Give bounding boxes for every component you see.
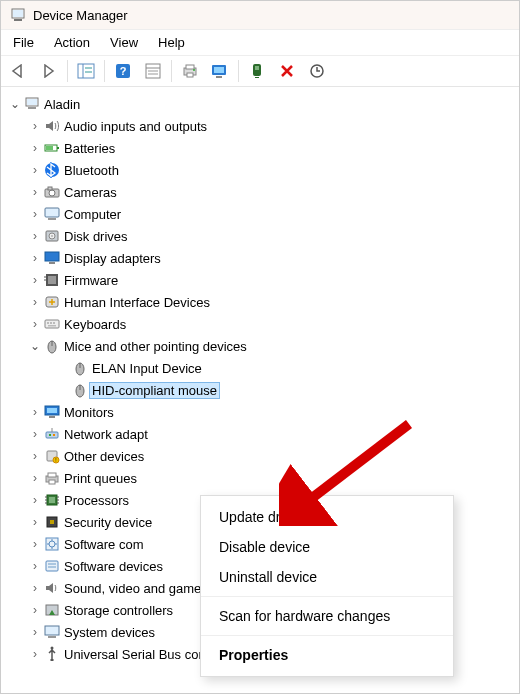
chevron-right-icon[interactable]: › [27, 494, 43, 506]
svg-rect-14 [186, 65, 194, 69]
svg-rect-26 [27, 99, 37, 105]
tree-category-label: Disk drives [61, 229, 131, 244]
bluetooth-icon [43, 162, 61, 178]
context-menu: Update driver Disable device Uninstall d… [200, 495, 454, 677]
svg-rect-84 [48, 566, 56, 568]
chevron-right-icon[interactable]: › [27, 582, 43, 594]
chevron-right-icon[interactable]: › [27, 648, 43, 660]
tree-category-label: Mice and other pointing devices [61, 339, 250, 354]
monitor-icon [43, 404, 61, 420]
ctx-uninstall-device[interactable]: Uninstall device [201, 562, 453, 592]
other-icon: ! [43, 448, 61, 464]
svg-rect-61 [49, 434, 51, 436]
tree-category-label: Processors [61, 493, 132, 508]
tree-category[interactable]: ›Disk drives [7, 225, 517, 247]
svg-rect-33 [48, 187, 52, 190]
toolbar-back-button[interactable] [5, 59, 33, 83]
menu-action[interactable]: Action [46, 32, 98, 53]
printer-icon [43, 470, 61, 486]
menu-file[interactable]: File [5, 32, 42, 53]
svg-rect-59 [49, 416, 55, 418]
tree-category[interactable]: ›Computer [7, 203, 517, 225]
chevron-right-icon[interactable]: › [27, 472, 43, 484]
tree-category-label: Print queues [61, 471, 140, 486]
tree-category[interactable]: ›Batteries [7, 137, 517, 159]
storage-icon [43, 602, 61, 618]
svg-rect-28 [57, 147, 59, 149]
tree-category[interactable]: ›Display adapters [7, 247, 517, 269]
chevron-right-icon[interactable]: › [27, 208, 43, 220]
svg-rect-21 [255, 77, 259, 78]
ctx-disable-device[interactable]: Disable device [201, 532, 453, 562]
toolbar-forward-button[interactable] [35, 59, 63, 83]
tree-category[interactable]: ⌄Mice and other pointing devices [7, 335, 517, 357]
tree-category[interactable]: ›Network adapt [7, 423, 517, 445]
tree-root[interactable]: ⌄Aladin [7, 93, 517, 115]
svg-rect-22 [255, 66, 259, 70]
tree-category[interactable]: ›Audio inputs and outputs [7, 115, 517, 137]
toolbar-help-button[interactable]: ? [109, 59, 137, 83]
svg-rect-58 [47, 408, 57, 413]
svg-point-16 [193, 69, 195, 71]
chevron-right-icon[interactable]: › [27, 626, 43, 638]
disk-icon [43, 228, 61, 244]
chevron-down-icon[interactable]: ⌄ [27, 340, 43, 352]
chevron-right-icon[interactable]: › [27, 186, 43, 198]
chevron-right-icon[interactable]: › [27, 406, 43, 418]
tree-category[interactable]: ›Firmware [7, 269, 517, 291]
toolbar-print-button[interactable] [176, 59, 204, 83]
chevron-right-icon[interactable]: › [27, 318, 43, 330]
toolbar-properties-button[interactable] [139, 59, 167, 83]
chevron-down-icon[interactable]: ⌄ [7, 98, 23, 110]
toolbar-scan-hardware-button[interactable] [303, 59, 331, 83]
tree-device[interactable]: ELAN Input Device [7, 357, 517, 379]
chevron-right-icon[interactable]: › [27, 230, 43, 242]
tree-category-label: Security device [61, 515, 155, 530]
tree-category[interactable]: ›Cameras [7, 181, 517, 203]
speaker-icon [43, 118, 61, 134]
svg-point-32 [49, 190, 55, 196]
chevron-right-icon[interactable]: › [27, 516, 43, 528]
menu-view[interactable]: View [102, 32, 146, 53]
chevron-right-icon[interactable]: › [27, 142, 43, 154]
chevron-right-icon[interactable]: › [27, 252, 43, 264]
system-icon [43, 624, 61, 640]
ctx-separator [201, 635, 453, 636]
chevron-right-icon[interactable]: › [27, 560, 43, 572]
menu-help[interactable]: Help [150, 32, 193, 53]
toolbar-separator [104, 60, 105, 82]
svg-rect-39 [45, 252, 59, 261]
toolbar-enable-button[interactable] [243, 59, 271, 83]
toolbar-update-driver-button[interactable] [206, 59, 234, 83]
svg-text:?: ? [120, 65, 127, 77]
ctx-scan-hardware[interactable]: Scan for hardware changes [201, 601, 453, 631]
tree-category[interactable]: ›Human Interface Devices [7, 291, 517, 313]
tree-category[interactable]: ›Keyboards [7, 313, 517, 335]
ctx-update-driver[interactable]: Update driver [201, 502, 453, 532]
ctx-properties[interactable]: Properties [201, 640, 453, 670]
chevron-right-icon[interactable]: › [27, 428, 43, 440]
camera-icon [43, 184, 61, 200]
security-icon [43, 514, 61, 530]
tree-category[interactable]: ›Monitors [7, 401, 517, 423]
toolbar-disable-button[interactable] [273, 59, 301, 83]
device-manager-window: Device Manager File Action View Help ? ⌄… [0, 0, 520, 694]
chevron-right-icon[interactable]: › [27, 538, 43, 550]
chevron-right-icon[interactable]: › [27, 120, 43, 132]
chevron-right-icon[interactable]: › [27, 604, 43, 616]
tree-category[interactable]: ›Print queues [7, 467, 517, 489]
toolbar-show-hide-tree-button[interactable] [72, 59, 100, 83]
tree-category[interactable]: ›Bluetooth [7, 159, 517, 181]
svg-rect-15 [187, 73, 193, 77]
chevron-right-icon[interactable]: › [27, 164, 43, 176]
keyboard-icon [43, 316, 61, 332]
tree-category-label: Cameras [61, 185, 120, 200]
tree-category[interactable]: ›!Other devices [7, 445, 517, 467]
chevron-right-icon[interactable]: › [27, 296, 43, 308]
ctx-separator [201, 596, 453, 597]
chevron-right-icon[interactable]: › [27, 450, 43, 462]
svg-rect-60 [46, 432, 58, 438]
tree-device[interactable]: HID-compliant mouse [7, 379, 517, 401]
chevron-right-icon[interactable]: › [27, 274, 43, 286]
tree-category-label: Bluetooth [61, 163, 122, 178]
